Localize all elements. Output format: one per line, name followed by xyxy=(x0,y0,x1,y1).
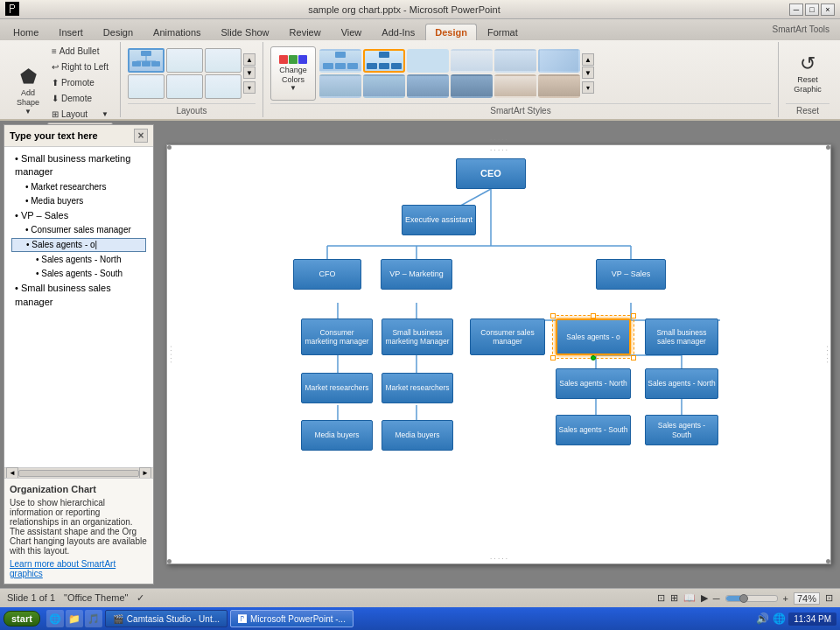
styles-scroll-more[interactable]: ▾ xyxy=(582,81,594,94)
demote-button[interactable]: ⬇ Demote xyxy=(47,91,113,106)
slide-info: Slide 1 of 1 xyxy=(7,592,55,604)
start-button[interactable]: start xyxy=(4,611,40,626)
node-sales-agents-o[interactable]: Sales agents - o xyxy=(556,318,631,355)
tab-home[interactable]: Home xyxy=(4,24,48,40)
layouts-scroll-more[interactable]: ▾ xyxy=(243,81,256,94)
zoom-minus[interactable]: ─ xyxy=(713,593,720,604)
right-to-left-button[interactable]: ↩ Right to Left xyxy=(47,60,113,74)
svg-rect-7 xyxy=(323,63,333,69)
text-pane-body[interactable]: Small business marketing manager Market … xyxy=(4,147,153,467)
node-sales-s-1[interactable]: Sales agents - South xyxy=(556,415,631,445)
node-ceo[interactable]: CEO xyxy=(456,158,526,189)
svg-rect-0 xyxy=(141,51,151,56)
layouts-scroll-up[interactable]: ▲ xyxy=(243,53,256,66)
close-button[interactable]: × xyxy=(821,4,835,16)
layout-thumb-4[interactable] xyxy=(128,74,164,99)
style-thumb-7[interactable] xyxy=(319,74,361,98)
handle-bl xyxy=(550,355,556,360)
text-pane-close-button[interactable]: × xyxy=(134,129,148,143)
view-slide-icon[interactable]: ⊞ xyxy=(670,592,678,604)
view-normal-icon[interactable]: ⊡ xyxy=(657,592,665,604)
zoom-slider[interactable] xyxy=(725,595,778,602)
layouts-scroll: ▲ ▼ ▾ xyxy=(243,53,256,94)
zoom-level[interactable]: 74% xyxy=(794,592,820,605)
layout-button[interactable]: ⊞ Layout ▼ xyxy=(47,107,113,122)
fit-page-icon[interactable]: ⊡ xyxy=(825,592,833,604)
layout-thumb-5[interactable] xyxy=(166,74,203,99)
text-pane-item-6[interactable]: Sales agents - o| xyxy=(11,238,146,252)
node-consumer-sales[interactable]: Consumer sales manager xyxy=(470,318,545,355)
style-thumb-11[interactable] xyxy=(494,74,536,98)
style-thumb-3[interactable] xyxy=(407,49,449,73)
svg-rect-6 xyxy=(335,52,346,58)
slide-canvas[interactable]: CEO Executive assistant CFO VP – Marketi… xyxy=(166,144,831,564)
style-thumb-10[interactable] xyxy=(451,74,493,98)
taskbar-clock[interactable]: 11:34 PM xyxy=(788,612,836,626)
tab-smartart-design[interactable]: Design xyxy=(425,24,477,40)
styles-scroll-down[interactable]: ▼ xyxy=(582,66,594,79)
info-title: Organization Chart xyxy=(10,484,148,494)
clock-time: 11:34 PM xyxy=(794,614,831,624)
tab-format[interactable]: Format xyxy=(478,24,528,40)
network-icon[interactable]: 🌐 xyxy=(773,612,786,625)
node-sales-n-1[interactable]: Sales agents - North xyxy=(556,368,631,399)
node-sales-n-2[interactable]: Sales agents - North xyxy=(645,368,718,399)
layouts-scroll-down[interactable]: ▼ xyxy=(243,66,256,79)
zoom-plus[interactable]: + xyxy=(783,593,788,604)
style-thumb-8[interactable] xyxy=(363,74,405,98)
tab-design[interactable]: Design xyxy=(94,24,143,40)
zoom-thumb[interactable] xyxy=(739,594,748,603)
taskbar-powerpoint[interactable]: 🅿 Microsoft PowerPoint -... xyxy=(230,610,354,627)
taskbar-icon-media[interactable]: 🎵 xyxy=(85,610,102,627)
reset-graphic-button[interactable]: ↺ ResetGraphic xyxy=(786,46,830,101)
text-pane-scroll-track[interactable] xyxy=(18,470,139,477)
style-thumb-12[interactable] xyxy=(538,74,580,98)
tab-view[interactable]: View xyxy=(332,24,372,40)
layout-thumb-2[interactable] xyxy=(166,48,203,73)
layout-thumb-3[interactable] xyxy=(205,48,242,73)
text-pane-item-8: Sales agents - South xyxy=(11,268,146,280)
taskbar-camtasia[interactable]: 🎬 Camtasia Studio - Unt... xyxy=(105,610,228,627)
layout-thumb-6[interactable] xyxy=(205,74,242,99)
change-colors-button[interactable]: Change Colors ▼ xyxy=(270,46,316,101)
minimize-button[interactable]: ─ xyxy=(789,4,803,16)
taskbar-icon-ie[interactable]: 🌐 xyxy=(46,610,64,627)
maximize-button[interactable]: □ xyxy=(805,4,819,16)
taskbar-icon-folder[interactable]: 📁 xyxy=(66,610,83,627)
tab-animations[interactable]: Animations xyxy=(144,24,210,40)
style-thumb-2[interactable] xyxy=(363,49,405,73)
styles-scroll-up[interactable]: ▲ xyxy=(582,53,594,66)
tab-insert[interactable]: Insert xyxy=(49,24,93,40)
node-market-res-2[interactable]: Market researchers xyxy=(382,373,453,403)
node-vp-marketing[interactable]: VP – Marketing xyxy=(381,259,452,290)
style-thumb-6[interactable] xyxy=(538,49,580,73)
text-pane-item-7: Sales agents - North xyxy=(11,254,146,266)
add-bullet-button[interactable]: ≡ Add Bullet xyxy=(47,44,113,59)
handle-rotate xyxy=(591,355,596,360)
style-thumb-4[interactable] xyxy=(451,49,493,73)
node-vp-sales[interactable]: VP – Sales xyxy=(596,259,666,290)
info-link[interactable]: Learn more about SmartArt graphics xyxy=(10,559,116,578)
tab-addins[interactable]: Add-Ins xyxy=(372,24,424,40)
node-consumer-mkt[interactable]: Consumer marketing manager xyxy=(301,318,373,355)
tab-slideshow[interactable]: Slide Show xyxy=(212,24,279,40)
promote-button[interactable]: ⬆ Promote xyxy=(47,75,113,90)
node-small-biz-mkt[interactable]: Small business marketing Manager xyxy=(382,318,453,355)
style-thumb-1[interactable] xyxy=(319,49,361,73)
node-media-1[interactable]: Media buyers xyxy=(301,420,373,451)
corner-tr xyxy=(823,145,830,152)
node-sales-s-2[interactable]: Sales agents - South xyxy=(645,415,718,445)
node-cfo[interactable]: CFO xyxy=(293,259,361,290)
view-slideshow-icon[interactable]: ▶ xyxy=(701,592,708,604)
layout-thumb-1[interactable] xyxy=(128,48,164,73)
add-shape-button[interactable]: ⬟ AddShape ▼ xyxy=(10,64,46,118)
style-thumb-9[interactable] xyxy=(407,74,449,98)
node-small-biz-sales[interactable]: Small business sales manager xyxy=(645,318,718,355)
node-market-res-1[interactable]: Market researchers xyxy=(301,373,373,403)
tab-review[interactable]: Review xyxy=(280,24,331,40)
node-exec-asst[interactable]: Executive assistant xyxy=(402,205,476,235)
style-thumb-5[interactable] xyxy=(494,49,536,73)
view-reading-icon[interactable]: 📖 xyxy=(683,592,696,604)
node-media-2[interactable]: Media buyers xyxy=(382,420,453,451)
volume-icon[interactable]: 🔊 xyxy=(756,612,769,625)
